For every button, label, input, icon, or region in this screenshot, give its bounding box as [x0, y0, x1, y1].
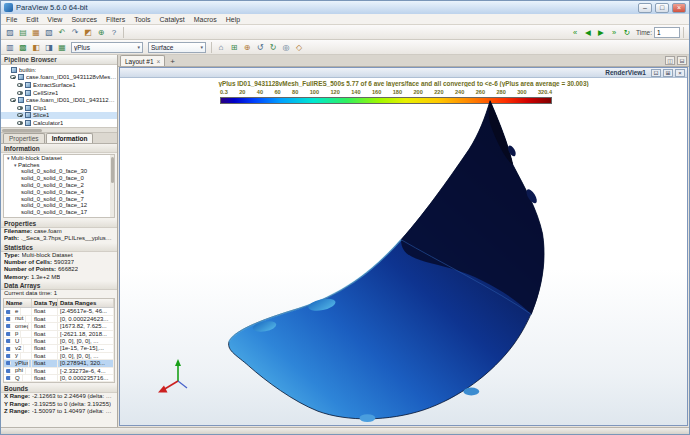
- menu-item[interactable]: View: [47, 16, 62, 23]
- tree-scrollbar[interactable]: [110, 155, 114, 217]
- table-row[interactable]: y float [0, 0], [0, 0], ...: [4, 353, 114, 360]
- time-input[interactable]: [654, 27, 680, 38]
- patch-item[interactable]: solid_0_solid_0_face_12: [4, 202, 114, 209]
- visibility-eye-icon[interactable]: [17, 83, 23, 87]
- vcr-control-icon[interactable]: ◀: [582, 26, 594, 38]
- patch-item[interactable]: solid_0_solid_0_face_4: [4, 189, 114, 196]
- add-layout-button[interactable]: +: [167, 57, 178, 66]
- layout-tab-close-icon[interactable]: ×: [157, 58, 161, 65]
- camera-toolbar-icon[interactable]: ⊞: [228, 41, 240, 53]
- menu-item[interactable]: Tools: [134, 16, 150, 23]
- col-type[interactable]: Data Type: [32, 299, 58, 307]
- pipeline-item[interactable]: case.foam_ID01_9431128vMesh_FullRES: [1, 74, 117, 82]
- toolbar-icon[interactable]: ▤: [17, 26, 29, 38]
- view-header-button[interactable]: ⊞: [663, 69, 673, 77]
- toolbar-icon[interactable]: ▦: [30, 26, 42, 38]
- toolbar-icon[interactable]: ?: [108, 26, 120, 38]
- pipeline-item[interactable]: CellSize1: [1, 89, 117, 97]
- menu-item[interactable]: Sources: [71, 16, 97, 23]
- camera-toolbar-icon[interactable]: ⌂: [215, 41, 227, 53]
- split-vertical-icon[interactable]: ⊟: [677, 56, 687, 65]
- toolbar-icon[interactable]: ↶: [56, 26, 68, 38]
- color-toolbar-icon[interactable]: ▥: [4, 41, 16, 53]
- split-horizontal-icon[interactable]: ◫: [665, 56, 675, 65]
- color-toolbar-icon[interactable]: ▦: [56, 41, 68, 53]
- dataset-patches-group[interactable]: Patches: [4, 162, 114, 169]
- camera-toolbar-icon[interactable]: ↻: [267, 41, 279, 53]
- pipeline-item[interactable]: Calculator1: [1, 119, 117, 127]
- representation-select[interactable]: Surface ▾: [148, 42, 206, 53]
- representation-value: Surface: [151, 44, 198, 51]
- menu-item[interactable]: Catalyst: [159, 16, 184, 23]
- maximize-button[interactable]: □: [655, 3, 669, 13]
- menu-item[interactable]: Macros: [194, 16, 217, 23]
- array-range: [0, 0.000235716...: [58, 375, 114, 381]
- scrollbar-thumb[interactable]: [111, 157, 114, 183]
- camera-toolbar-icon[interactable]: ↺: [254, 41, 266, 53]
- close-button[interactable]: ×: [672, 3, 686, 13]
- table-row[interactable]: v2 float [1e-15, 7e-15],...: [4, 345, 114, 352]
- stat-label: Number of Cells:: [4, 259, 52, 266]
- camera-toolbar-icon[interactable]: ◎: [280, 41, 292, 53]
- vcr-control-icon[interactable]: ↻: [621, 26, 633, 38]
- pipeline-scrollbar[interactable]: [1, 128, 117, 133]
- camera-toolbar-icon[interactable]: ◇: [293, 41, 305, 53]
- pipeline-item[interactable]: ExtractSurface1: [1, 81, 117, 89]
- wing-surface-3d[interactable]: [120, 78, 687, 425]
- table-row[interactable]: Q float [0, 0.000235716...: [4, 375, 114, 382]
- table-row[interactable]: p float [-2621.18, 2018...: [4, 331, 114, 338]
- view-header-button[interactable]: ×: [675, 69, 685, 77]
- toolbar-icon[interactable]: ◩: [82, 26, 94, 38]
- visibility-eye-icon[interactable]: [17, 106, 23, 110]
- toolbar-icon[interactable]: ⊕: [95, 26, 107, 38]
- bounds-value: -2.12663 to 2.24649 (delta: 4.37312): [32, 393, 114, 400]
- pipeline-item[interactable]: Clip1: [1, 104, 117, 112]
- visibility-eye-icon[interactable]: [17, 113, 23, 117]
- toolbar-icon[interactable]: ▧: [43, 26, 55, 38]
- statistics-row: Number of Cells: 590337: [1, 259, 117, 266]
- patch-item[interactable]: solid_0_solid_0_face_2: [4, 182, 114, 189]
- menu-item[interactable]: File: [6, 16, 17, 23]
- menu-item[interactable]: Filters: [106, 16, 125, 23]
- camera-toolbar-icon[interactable]: ⊕: [241, 41, 253, 53]
- patch-item[interactable]: solid_0_solid_0_face_22: [4, 216, 114, 218]
- visibility-eye-icon[interactable]: [17, 91, 23, 95]
- toolbar-icon[interactable]: ▨: [4, 26, 16, 38]
- visibility-eye-icon[interactable]: [10, 75, 16, 79]
- pipeline-item[interactable]: case.foam_ID01_ID01_9431128vMesh_F: [1, 96, 117, 104]
- patch-item[interactable]: solid_0_solid_0_face_30: [4, 168, 114, 175]
- patch-item[interactable]: solid_0_solid_0_face_0: [4, 175, 114, 182]
- pipeline-item[interactable]: Slice1: [1, 112, 117, 120]
- table-row[interactable]: omega float [1673.82, 7.625...: [4, 323, 114, 330]
- pipeline-item[interactable]: builtin:: [1, 66, 117, 74]
- patch-item[interactable]: solid_0_solid_0_face_7: [4, 196, 114, 203]
- menu-item[interactable]: Edit: [26, 16, 38, 23]
- col-ranges[interactable]: Data Ranges: [58, 299, 114, 307]
- vcr-control-icon[interactable]: ▶: [595, 26, 607, 38]
- menu-item[interactable]: Help: [226, 16, 240, 23]
- col-name[interactable]: Name: [4, 299, 32, 307]
- tab-information[interactable]: Information: [46, 133, 94, 143]
- table-row[interactable]: e float [2.45617e-5, 46...: [4, 308, 114, 315]
- color-toolbar-icon[interactable]: ◨: [43, 41, 55, 53]
- render-canvas[interactable]: yPlus ID01_9431128vMesh_FullRES_500s 5.7…: [120, 78, 687, 425]
- visibility-eye-icon[interactable]: [17, 121, 23, 125]
- layout-tab[interactable]: Layout #1 ×: [120, 55, 165, 66]
- scrollbar-thumb[interactable]: [2, 129, 42, 132]
- patch-item[interactable]: solid_0_solid_0_face_17: [4, 209, 114, 216]
- tab-properties[interactable]: Properties: [3, 133, 45, 143]
- table-row[interactable]: phi float [-2.33273e-6, 4...: [4, 368, 114, 375]
- toolbar-icon[interactable]: ↷: [69, 26, 81, 38]
- visibility-eye-icon[interactable]: [10, 98, 16, 102]
- view-header-button[interactable]: ⊡: [651, 69, 661, 77]
- vcr-control-icon[interactable]: «: [569, 26, 581, 38]
- dataset-root[interactable]: Multi-block Dataset: [4, 155, 114, 162]
- table-row[interactable]: yPlus float [0.278941, 320...: [4, 360, 114, 367]
- color-toolbar-icon[interactable]: ▩: [17, 41, 29, 53]
- color-field-select[interactable]: yPlus ▾: [71, 42, 143, 53]
- vcr-control-icon[interactable]: »: [608, 26, 620, 38]
- minimize-button[interactable]: –: [638, 3, 652, 13]
- table-row[interactable]: U float [0, 0], [0, 0], ...: [4, 338, 114, 345]
- table-row[interactable]: nut float [0, 0.000224623...: [4, 316, 114, 323]
- color-toolbar-icon[interactable]: ◧: [30, 41, 42, 53]
